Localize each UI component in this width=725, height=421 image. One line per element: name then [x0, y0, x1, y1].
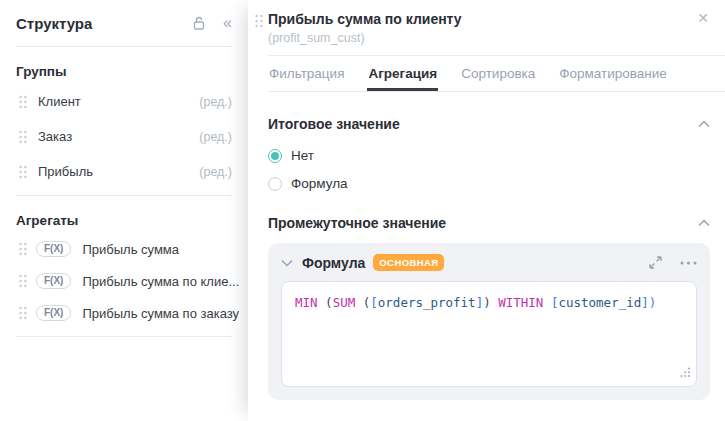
tab-aggregation[interactable]: Агрегация [367, 56, 438, 91]
aggregate-item[interactable]: F(X) Прибыль сумма по клие... [16, 265, 232, 297]
radio-option-none[interactable]: Нет [268, 148, 710, 163]
expand-icon[interactable] [649, 256, 662, 269]
panel-title: Прибыль сумма по клиенту [268, 11, 705, 27]
formula-token: customer_id [558, 295, 641, 310]
formula-card-title: Формула [302, 255, 365, 271]
collapse-sidebar-icon[interactable]: « [223, 15, 232, 31]
drag-handle-icon[interactable] [19, 274, 27, 288]
divider [16, 46, 232, 47]
aggregates-list: F(X) Прибыль сумма F(X) Прибыль сумма по… [16, 233, 232, 329]
formula-token: ( [355, 295, 370, 310]
drag-handle-icon[interactable] [19, 165, 27, 179]
group-item-client[interactable]: Клиент (ред.) [16, 84, 232, 119]
radio-selected[interactable] [268, 149, 282, 163]
fx-badge: F(X) [36, 273, 71, 289]
tab-filtration[interactable]: Фильтрация [268, 56, 345, 91]
formula-card-header: Формула ОСНОВНАЯ [281, 254, 697, 271]
radio-label: Нет [291, 148, 314, 163]
edit-link[interactable]: (ред.) [199, 95, 232, 109]
drag-handle-icon[interactable] [19, 95, 27, 109]
aggregate-item-label: Прибыль сумма [82, 242, 179, 257]
radio-label: Формула [291, 176, 348, 191]
tab-bar: Фильтрация Агрегация Сортировка Форматир… [268, 56, 725, 92]
main-badge: ОСНОВНАЯ [373, 254, 444, 271]
drag-handle-icon[interactable] [19, 130, 27, 144]
formula-token: [ [370, 295, 378, 310]
formula-token: WITHIN [491, 295, 551, 310]
app-root: Структура « Группы Клиент (ред.) [0, 0, 725, 421]
formula-editor[interactable]: MIN (SUM ([orders_profit]) WITHIN [custo… [281, 281, 697, 387]
panel-subtitle: (profit_sum_cust) [268, 31, 705, 45]
aggregate-item-label: Прибыль сумма по заказу [82, 306, 239, 321]
formula-token: orders_profit [378, 295, 476, 310]
group-item-label: Клиент [38, 94, 81, 109]
intermediate-value-heading: Промежуточное значение [268, 215, 446, 231]
tab-sorting[interactable]: Сортировка [460, 56, 536, 91]
group-item-profit[interactable]: Прибыль (ред.) [16, 154, 232, 189]
formula-card-actions [649, 256, 697, 269]
formula-token: ) [649, 295, 657, 310]
panel-drag-handle-icon[interactable] [255, 14, 263, 32]
formula-token: ] [641, 295, 649, 310]
aggregate-item[interactable]: F(X) Прибыль сумма [16, 233, 232, 265]
group-item-label: Прибыль [38, 164, 93, 179]
chevron-down-icon[interactable] [281, 259, 293, 267]
close-icon[interactable]: ✕ [697, 11, 709, 25]
formula-token: MIN [295, 295, 318, 310]
radio-option-formula[interactable]: Формула [268, 176, 710, 191]
panel-content: Итоговое значение Нет Формула Промежуточ… [248, 116, 725, 400]
formula-token: ) [483, 295, 491, 310]
fx-badge: F(X) [36, 241, 71, 257]
resize-grip-icon[interactable] [680, 365, 691, 383]
aggregates-heading: Агрегаты [16, 213, 232, 228]
formula-token: SUM [333, 295, 356, 310]
edit-link[interactable]: (ред.) [199, 130, 232, 144]
field-settings-panel: ✕ Прибыль сумма по клиенту (profit_sum_c… [248, 0, 725, 421]
divider [16, 336, 232, 337]
drag-handle-icon[interactable] [19, 306, 27, 320]
lock-icon[interactable] [192, 16, 206, 31]
aggregate-item-label: Прибыль сумма по клие... [82, 274, 239, 289]
sidebar-title: Структура [16, 15, 92, 32]
panel-header: Прибыль сумма по клиенту (profit_sum_cus… [248, 0, 725, 45]
sidebar-header: Структура « [16, 12, 232, 34]
aggregate-item[interactable]: F(X) Прибыль сумма по заказу [16, 297, 232, 329]
chevron-up-icon[interactable] [698, 120, 710, 128]
groups-heading: Группы [16, 64, 232, 79]
chevron-up-icon[interactable] [698, 219, 710, 227]
structure-sidebar: Структура « Группы Клиент (ред.) [0, 0, 248, 421]
intermediate-value-section-header: Промежуточное значение [268, 215, 710, 231]
fx-badge: F(X) [36, 305, 71, 321]
formula-token: ( [318, 295, 333, 310]
edit-link[interactable]: (ред.) [199, 165, 232, 179]
ellipsis-icon[interactable] [680, 261, 697, 265]
tab-formatting[interactable]: Форматирование [558, 56, 668, 91]
groups-list: Клиент (ред.) Заказ (ред.) Прибыль (ред.… [16, 84, 232, 189]
radio-unselected[interactable] [268, 177, 282, 191]
divider [16, 195, 232, 196]
group-item-order[interactable]: Заказ (ред.) [16, 119, 232, 154]
total-value-heading: Итоговое значение [268, 116, 400, 132]
formula-card: Формула ОСНОВНАЯ MI [268, 243, 710, 400]
drag-handle-icon[interactable] [19, 242, 27, 256]
sidebar-header-icons: « [192, 15, 232, 31]
total-value-section-header: Итоговое значение [268, 116, 710, 132]
group-item-label: Заказ [38, 129, 72, 144]
